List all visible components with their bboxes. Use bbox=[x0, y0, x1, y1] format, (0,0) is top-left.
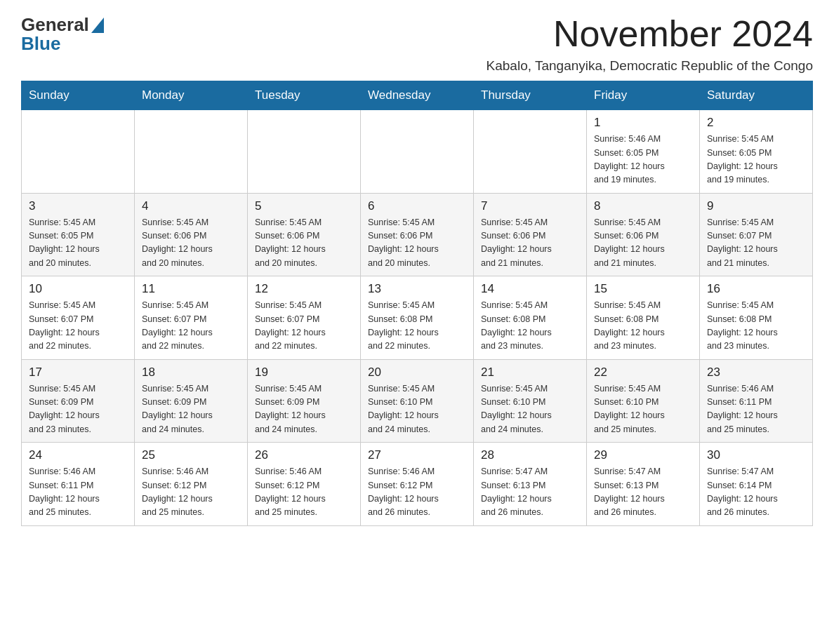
calendar-cell: 2Sunrise: 5:45 AM Sunset: 6:05 PM Daylig… bbox=[700, 110, 813, 194]
day-number: 9 bbox=[707, 199, 805, 213]
day-info: Sunrise: 5:45 AM Sunset: 6:06 PM Dayligh… bbox=[255, 216, 353, 271]
title-block: November 2024 Kabalo, Tanganyika, Democr… bbox=[486, 14, 813, 74]
day-number: 18 bbox=[142, 365, 240, 380]
day-number: 28 bbox=[481, 448, 579, 462]
calendar-cell: 19Sunrise: 5:45 AM Sunset: 6:09 PM Dayli… bbox=[248, 359, 361, 443]
calendar-week-4: 17Sunrise: 5:45 AM Sunset: 6:09 PM Dayli… bbox=[22, 359, 813, 443]
day-info: Sunrise: 5:45 AM Sunset: 6:07 PM Dayligh… bbox=[29, 299, 127, 354]
day-info: Sunrise: 5:47 AM Sunset: 6:13 PM Dayligh… bbox=[594, 465, 692, 520]
day-info: Sunrise: 5:45 AM Sunset: 6:07 PM Dayligh… bbox=[142, 299, 240, 354]
day-info: Sunrise: 5:45 AM Sunset: 6:08 PM Dayligh… bbox=[481, 299, 579, 354]
day-number: 15 bbox=[594, 282, 692, 296]
day-info: Sunrise: 5:45 AM Sunset: 6:06 PM Dayligh… bbox=[368, 216, 466, 271]
day-info: Sunrise: 5:47 AM Sunset: 6:14 PM Dayligh… bbox=[707, 465, 805, 520]
day-number: 11 bbox=[142, 282, 240, 296]
day-info: Sunrise: 5:45 AM Sunset: 6:05 PM Dayligh… bbox=[29, 216, 127, 271]
calendar-cell: 22Sunrise: 5:45 AM Sunset: 6:10 PM Dayli… bbox=[587, 359, 700, 443]
calendar-cell: 16Sunrise: 5:45 AM Sunset: 6:08 PM Dayli… bbox=[700, 276, 813, 360]
day-info: Sunrise: 5:45 AM Sunset: 6:08 PM Dayligh… bbox=[707, 299, 805, 354]
calendar-cell: 25Sunrise: 5:46 AM Sunset: 6:12 PM Dayli… bbox=[135, 443, 248, 526]
day-number: 1 bbox=[594, 116, 692, 130]
calendar-table: SundayMondayTuesdayWednesdayThursdayFrid… bbox=[21, 81, 813, 526]
weekday-header-thursday: Thursday bbox=[474, 81, 587, 110]
day-info: Sunrise: 5:45 AM Sunset: 6:07 PM Dayligh… bbox=[255, 299, 353, 354]
weekday-header-friday: Friday bbox=[587, 81, 700, 110]
day-info: Sunrise: 5:46 AM Sunset: 6:11 PM Dayligh… bbox=[29, 465, 127, 520]
day-number: 12 bbox=[255, 282, 353, 296]
calendar-cell: 29Sunrise: 5:47 AM Sunset: 6:13 PM Dayli… bbox=[587, 443, 700, 526]
calendar-cell: 6Sunrise: 5:45 AM Sunset: 6:06 PM Daylig… bbox=[361, 193, 474, 276]
calendar-cell: 10Sunrise: 5:45 AM Sunset: 6:07 PM Dayli… bbox=[22, 276, 135, 360]
calendar-cell: 14Sunrise: 5:45 AM Sunset: 6:08 PM Dayli… bbox=[474, 276, 587, 360]
page-header: General Blue November 2024 Kabalo, Tanga… bbox=[21, 14, 813, 74]
day-info: Sunrise: 5:45 AM Sunset: 6:07 PM Dayligh… bbox=[707, 216, 805, 271]
calendar-cell: 18Sunrise: 5:45 AM Sunset: 6:09 PM Dayli… bbox=[135, 359, 248, 443]
calendar-cell bbox=[248, 110, 361, 194]
day-number: 7 bbox=[481, 199, 579, 213]
calendar-cell: 21Sunrise: 5:45 AM Sunset: 6:10 PM Dayli… bbox=[474, 359, 587, 443]
day-number: 14 bbox=[481, 282, 579, 296]
weekday-header-wednesday: Wednesday bbox=[361, 81, 474, 110]
svg-marker-0 bbox=[91, 18, 104, 33]
calendar-cell: 13Sunrise: 5:45 AM Sunset: 6:08 PM Dayli… bbox=[361, 276, 474, 360]
day-number: 30 bbox=[707, 448, 805, 462]
calendar-cell: 27Sunrise: 5:46 AM Sunset: 6:12 PM Dayli… bbox=[361, 443, 474, 526]
day-number: 25 bbox=[142, 448, 240, 462]
calendar-cell bbox=[474, 110, 587, 194]
calendar-cell: 1Sunrise: 5:46 AM Sunset: 6:05 PM Daylig… bbox=[587, 110, 700, 194]
month-year-title: November 2024 bbox=[486, 14, 813, 54]
calendar-week-1: 1Sunrise: 5:46 AM Sunset: 6:05 PM Daylig… bbox=[22, 110, 813, 194]
calendar-cell: 8Sunrise: 5:45 AM Sunset: 6:06 PM Daylig… bbox=[587, 193, 700, 276]
calendar-cell: 7Sunrise: 5:45 AM Sunset: 6:06 PM Daylig… bbox=[474, 193, 587, 276]
calendar-cell: 12Sunrise: 5:45 AM Sunset: 6:07 PM Dayli… bbox=[248, 276, 361, 360]
calendar-cell: 28Sunrise: 5:47 AM Sunset: 6:13 PM Dayli… bbox=[474, 443, 587, 526]
calendar-cell: 30Sunrise: 5:47 AM Sunset: 6:14 PM Dayli… bbox=[700, 443, 813, 526]
weekday-header-saturday: Saturday bbox=[700, 81, 813, 110]
calendar-week-3: 10Sunrise: 5:45 AM Sunset: 6:07 PM Dayli… bbox=[22, 276, 813, 360]
day-number: 22 bbox=[594, 365, 692, 380]
day-info: Sunrise: 5:46 AM Sunset: 6:12 PM Dayligh… bbox=[368, 465, 466, 520]
day-info: Sunrise: 5:46 AM Sunset: 6:12 PM Dayligh… bbox=[142, 465, 240, 520]
calendar-week-2: 3Sunrise: 5:45 AM Sunset: 6:05 PM Daylig… bbox=[22, 193, 813, 276]
day-number: 21 bbox=[481, 365, 579, 380]
day-number: 10 bbox=[29, 282, 127, 296]
location-subtitle: Kabalo, Tanganyika, Democratic Republic … bbox=[486, 58, 813, 74]
day-info: Sunrise: 5:45 AM Sunset: 6:06 PM Dayligh… bbox=[142, 216, 240, 271]
weekday-header-tuesday: Tuesday bbox=[248, 81, 361, 110]
calendar-week-5: 24Sunrise: 5:46 AM Sunset: 6:11 PM Dayli… bbox=[22, 443, 813, 526]
day-info: Sunrise: 5:45 AM Sunset: 6:10 PM Dayligh… bbox=[481, 382, 579, 437]
day-info: Sunrise: 5:45 AM Sunset: 6:10 PM Dayligh… bbox=[368, 382, 466, 437]
calendar-cell: 17Sunrise: 5:45 AM Sunset: 6:09 PM Dayli… bbox=[22, 359, 135, 443]
day-number: 26 bbox=[255, 448, 353, 462]
calendar-cell bbox=[22, 110, 135, 194]
weekday-header-monday: Monday bbox=[135, 81, 248, 110]
day-info: Sunrise: 5:45 AM Sunset: 6:09 PM Dayligh… bbox=[29, 382, 127, 437]
day-number: 2 bbox=[707, 116, 805, 130]
day-info: Sunrise: 5:46 AM Sunset: 6:12 PM Dayligh… bbox=[255, 465, 353, 520]
day-number: 13 bbox=[368, 282, 466, 296]
weekday-header-sunday: Sunday bbox=[22, 81, 135, 110]
day-info: Sunrise: 5:45 AM Sunset: 6:06 PM Dayligh… bbox=[481, 216, 579, 271]
day-info: Sunrise: 5:45 AM Sunset: 6:08 PM Dayligh… bbox=[594, 299, 692, 354]
calendar-cell: 5Sunrise: 5:45 AM Sunset: 6:06 PM Daylig… bbox=[248, 193, 361, 276]
day-number: 19 bbox=[255, 365, 353, 380]
day-number: 4 bbox=[142, 199, 240, 213]
calendar-cell bbox=[361, 110, 474, 194]
calendar-cell: 24Sunrise: 5:46 AM Sunset: 6:11 PM Dayli… bbox=[22, 443, 135, 526]
calendar-cell: 9Sunrise: 5:45 AM Sunset: 6:07 PM Daylig… bbox=[700, 193, 813, 276]
day-number: 5 bbox=[255, 199, 353, 213]
logo-triangle-icon bbox=[91, 18, 104, 36]
day-info: Sunrise: 5:46 AM Sunset: 6:11 PM Dayligh… bbox=[707, 382, 805, 437]
calendar-cell: 4Sunrise: 5:45 AM Sunset: 6:06 PM Daylig… bbox=[135, 193, 248, 276]
day-info: Sunrise: 5:45 AM Sunset: 6:10 PM Dayligh… bbox=[594, 382, 692, 437]
day-info: Sunrise: 5:45 AM Sunset: 6:09 PM Dayligh… bbox=[142, 382, 240, 437]
weekday-header-row: SundayMondayTuesdayWednesdayThursdayFrid… bbox=[22, 81, 813, 110]
calendar-cell: 20Sunrise: 5:45 AM Sunset: 6:10 PM Dayli… bbox=[361, 359, 474, 443]
day-number: 3 bbox=[29, 199, 127, 213]
day-info: Sunrise: 5:45 AM Sunset: 6:05 PM Dayligh… bbox=[707, 133, 805, 187]
day-number: 17 bbox=[29, 365, 127, 380]
calendar-cell: 26Sunrise: 5:46 AM Sunset: 6:12 PM Dayli… bbox=[248, 443, 361, 526]
day-number: 27 bbox=[368, 448, 466, 462]
day-number: 23 bbox=[707, 365, 805, 380]
calendar-cell bbox=[135, 110, 248, 194]
